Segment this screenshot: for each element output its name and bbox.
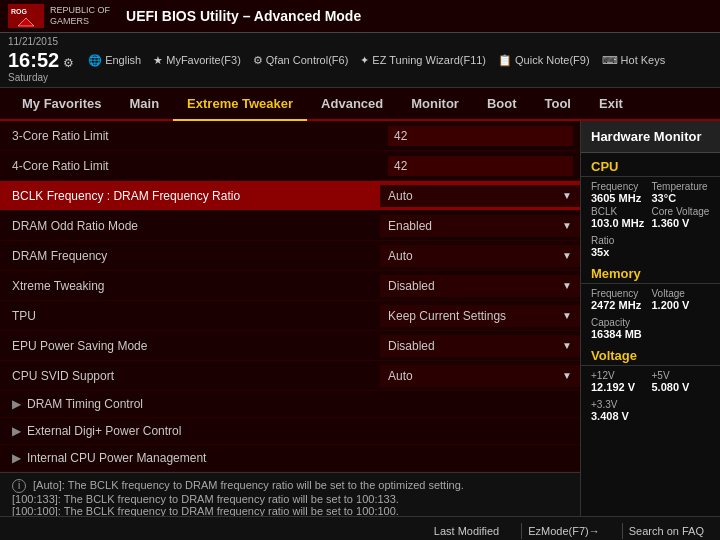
logo-area: ROG REPUBLIC OF GAMERS [8, 4, 110, 28]
hw-memory-section: Memory [581, 260, 720, 284]
svid-dropdown[interactable]: Auto ▼ [380, 365, 580, 387]
main-area: 3-Core Ratio Limit 4-Core Ratio Limit BC… [0, 121, 720, 516]
bclk-arrow: ▼ [562, 190, 572, 201]
collapsible-dram-timing[interactable]: ▶ DRAM Timing Control [0, 391, 580, 418]
hw-mem-capacity: Capacity 16384 MB [581, 315, 720, 342]
hot-keys-shortcut[interactable]: ⌨ Hot Keys [602, 54, 666, 67]
digi-power-arrow: ▶ [12, 424, 21, 438]
svid-arrow: ▼ [562, 370, 572, 381]
desc-line3: [100:100]: The BCLK frequency to DRAM fr… [12, 505, 399, 516]
last-modified-btn[interactable]: Last Modified [428, 523, 505, 539]
3core-value-area [380, 122, 580, 150]
setting-row-svid: CPU SVID Support Auto ▼ [0, 361, 580, 391]
dram-freq-label: DRAM Frequency [0, 244, 380, 268]
dram-odd-arrow: ▼ [562, 220, 572, 231]
setting-row-epu: EPU Power Saving Mode Disabled ▼ [0, 331, 580, 361]
epu-value: Disabled [388, 339, 435, 353]
cpu-ratio-label: Ratio [591, 235, 710, 246]
gear-settings-icon[interactable]: ⚙ [63, 56, 74, 70]
svid-label: CPU SVID Support [0, 364, 380, 388]
tab-advanced[interactable]: Advanced [307, 88, 397, 119]
top-shortcuts: 🌐 English ★ MyFavorite(F3) ⚙ Qfan Contro… [88, 54, 665, 67]
globe-icon: 🌐 [88, 54, 102, 67]
mem-volt-label: Voltage [652, 288, 711, 299]
4core-value-area [380, 152, 580, 180]
setting-row-dram-odd: DRAM Odd Ratio Mode Enabled ▼ [0, 211, 580, 241]
bclk-dropdown[interactable]: Auto ▼ [380, 185, 580, 207]
star-icon: ★ [153, 54, 163, 67]
mem-cap-value: 16384 MB [591, 328, 710, 340]
xtreme-dropdown[interactable]: Disabled ▼ [380, 275, 580, 297]
dram-odd-dropdown[interactable]: Enabled ▼ [380, 215, 580, 237]
cpu-temp-value: 33°C [652, 192, 711, 204]
tab-my-favorites[interactable]: My Favorites [8, 88, 115, 119]
hw-monitor-title: Hardware Monitor [581, 121, 720, 153]
desc-line1: [Auto]: The BCLK frequency to DRAM frequ… [33, 479, 464, 491]
cpu-temp-label: Temperature [652, 181, 711, 192]
hotkeys-icon: ⌨ [602, 54, 618, 67]
top-header: ROG REPUBLIC OF GAMERS UEFI BIOS Utility… [0, 0, 720, 33]
bottom-bar: Last Modified EzMode(F7)→ Search on FAQ [0, 516, 720, 540]
tab-tool[interactable]: Tool [531, 88, 585, 119]
xtreme-label: Xtreme Tweaking [0, 274, 380, 298]
date-display: 11/21/2015 [8, 36, 74, 48]
collapsible-cpu-power[interactable]: ▶ Internal CPU Power Management [0, 445, 580, 472]
dram-freq-arrow: ▼ [562, 250, 572, 261]
setting-row-tpu: TPU Keep Current Settings ▼ [0, 301, 580, 331]
setting-row-3core: 3-Core Ratio Limit [0, 121, 580, 151]
fan-icon: ⚙ [253, 54, 263, 67]
cpu-freq-label: Frequency [591, 181, 650, 192]
quick-note-shortcut[interactable]: 📋 Quick Note(F9) [498, 54, 590, 67]
tpu-dropdown[interactable]: Keep Current Settings ▼ [380, 305, 580, 327]
tab-exit[interactable]: Exit [585, 88, 637, 119]
ez-tuning-shortcut[interactable]: ✦ EZ Tuning Wizard(F11) [360, 54, 486, 67]
time-display: 16:52 [8, 48, 59, 72]
day-display: Saturday [8, 72, 74, 84]
myfavorite-shortcut[interactable]: ★ MyFavorite(F3) [153, 54, 241, 67]
epu-dropdown[interactable]: Disabled ▼ [380, 335, 580, 357]
3core-input[interactable] [388, 126, 573, 146]
xtreme-value: Disabled [388, 279, 435, 293]
dram-freq-dropdown[interactable]: Auto ▼ [380, 245, 580, 267]
v33-value: 3.408 V [591, 410, 710, 422]
collapsible-digi-power[interactable]: ▶ External Digi+ Power Control [0, 418, 580, 445]
header-title: UEFI BIOS Utility – Advanced Mode [126, 8, 712, 24]
v12-label: +12V [591, 370, 650, 381]
4core-input[interactable] [388, 156, 573, 176]
ez-mode-btn[interactable]: EzMode(F7)→ [521, 523, 606, 539]
svg-text:ROG: ROG [11, 8, 28, 15]
nav-tabs: My Favorites Main Extreme Tweaker Advanc… [0, 88, 720, 121]
cpu-bclk-label: BCLK [591, 206, 650, 217]
tab-boot[interactable]: Boot [473, 88, 531, 119]
xtreme-arrow: ▼ [562, 280, 572, 291]
setting-row-dram-freq: DRAM Frequency Auto ▼ [0, 241, 580, 271]
4core-label: 4-Core Ratio Limit [0, 154, 380, 178]
setting-row-xtreme: Xtreme Tweaking Disabled ▼ [0, 271, 580, 301]
tpu-value: Keep Current Settings [388, 309, 506, 323]
top-info-bar: 11/21/2015 16:52 ⚙ Saturday 🌐 English ★ … [0, 33, 720, 88]
v12-value: 12.192 V [591, 381, 650, 393]
logo-text: REPUBLIC OF GAMERS [50, 5, 110, 27]
tab-extreme-tweaker[interactable]: Extreme Tweaker [173, 88, 307, 121]
hw-voltage-section: Voltage [581, 342, 720, 366]
search-faq-btn[interactable]: Search on FAQ [622, 523, 710, 539]
v5-value: 5.080 V [652, 381, 711, 393]
epu-label: EPU Power Saving Mode [0, 334, 380, 358]
tab-main[interactable]: Main [115, 88, 173, 119]
cpu-ratio-value: 35x [591, 246, 710, 258]
hw-monitor-panel: Hardware Monitor CPU Frequency 3605 MHz … [580, 121, 720, 516]
language-selector[interactable]: 🌐 English [88, 54, 141, 67]
rog-logo: ROG [8, 4, 44, 28]
dram-freq-value: Auto [388, 249, 413, 263]
hw-cpu-grid: Frequency 3605 MHz Temperature 33°C BCLK… [581, 177, 720, 233]
qfan-shortcut[interactable]: ⚙ Qfan Control(F6) [253, 54, 349, 67]
left-content: 3-Core Ratio Limit 4-Core Ratio Limit BC… [0, 121, 580, 516]
cpu-corevolt-label: Core Voltage [652, 206, 711, 217]
mem-freq-value: 2472 MHz [591, 299, 650, 311]
desc-line2: [100:133]: The BCLK frequency to DRAM fr… [12, 493, 399, 505]
hw-cpu-section: CPU [581, 153, 720, 177]
mem-cap-label: Capacity [591, 317, 710, 328]
tab-monitor[interactable]: Monitor [397, 88, 473, 119]
cpu-power-label: Internal CPU Power Management [27, 451, 206, 465]
bclk-label: BCLK Frequency : DRAM Frequency Ratio [0, 184, 380, 208]
